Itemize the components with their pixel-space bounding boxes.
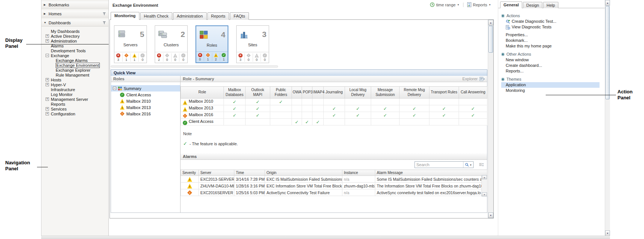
alarm-row[interactable]: EXC2013-SERVER3/14/16 7:28 PMEXC IS Mail…	[181, 176, 487, 183]
search-button[interactable]: ▼	[463, 162, 473, 168]
tile-servers[interactable]: 5Servers3110	[114, 25, 147, 63]
minus-expander-icon[interactable]: −	[46, 54, 49, 57]
roles-tree-item-mailbox-2013[interactable]: Mailbox 2013	[111, 104, 180, 111]
tab-general[interactable]: General	[500, 1, 522, 8]
scroll-down-icon[interactable]: ▼	[482, 192, 487, 196]
action-item-reports[interactable]: Reports...	[501, 68, 602, 74]
action-item-view-diagnostic-tests[interactable]: View Diagnostic Tests	[501, 24, 602, 30]
tile-roles[interactable]: 4Roles0121	[195, 25, 228, 63]
action-item-make-this-my-home-page[interactable]: Make this my home page	[501, 43, 602, 49]
main-vertical-scrollbar[interactable]: ▲ ▼	[488, 20, 493, 218]
explorer-icon[interactable]	[480, 77, 485, 81]
plus-expander-icon[interactable]: +	[46, 34, 49, 38]
alarm-row[interactable]: ZHUVM-DAG10-MB21/28/16 3:16 PMEXC Inform…	[181, 183, 487, 189]
roles-tree-item-mailbox-2010[interactable]: Mailbox 2010	[111, 98, 180, 104]
time-range-label[interactable]: time range	[436, 3, 456, 7]
roles-tree-item-mailbox-2016[interactable]: Mailbox 2016	[111, 111, 180, 117]
tile-count: 3	[262, 30, 266, 39]
nav-item-reports[interactable]: Reports	[41, 102, 108, 107]
scrollbar-thumb[interactable]	[606, 6, 610, 99]
chevron-down-icon[interactable]: ▼	[457, 3, 459, 6]
nav-item-my-dashboards[interactable]: My Dashboards	[41, 29, 108, 34]
action-item-bookmark[interactable]: Bookmark...	[501, 38, 602, 43]
divider	[463, 3, 463, 7]
nav-item-development-tools[interactable]: Development Tools	[41, 49, 108, 53]
time-range-icon[interactable]	[430, 2, 435, 7]
nav-item-hyper-v[interactable]: +Hyper-V	[41, 83, 108, 87]
scrollbar-thumb[interactable]	[489, 26, 493, 53]
plus-expander-icon[interactable]: +	[46, 78, 49, 81]
nav-item-management-server[interactable]: +Management Server	[41, 97, 108, 102]
tab-design[interactable]: Design	[523, 2, 542, 8]
scroll-up-icon[interactable]: ▲	[488, 20, 493, 25]
tab-monitoring[interactable]: Monitoring	[111, 12, 139, 20]
scroll-down-icon[interactable]: ▼	[488, 212, 493, 218]
nav-item-exchange[interactable]: −Exchange	[41, 53, 108, 58]
tab-reports[interactable]: Reports	[207, 12, 229, 20]
action-panel-pointer-line	[546, 95, 616, 95]
action-item-create-dashboard[interactable]: Create dashboard...	[501, 63, 602, 68]
tile-sites[interactable]: 3Sites3000	[236, 25, 269, 63]
nav-item-infrastructure[interactable]: Infrastructure	[41, 87, 108, 92]
section-header-actions[interactable]: Actions	[501, 13, 602, 19]
alarm-row[interactable]: EXC2016SERVER1/25/16 5:03 PMActiveSync C…	[181, 189, 487, 196]
customizer-icon[interactable]	[479, 163, 484, 167]
nav-item-services[interactable]: +Services	[41, 107, 108, 112]
column-header: Remote Msg Delivery	[400, 87, 429, 99]
minus-expander-icon[interactable]: −	[113, 87, 116, 90]
explorer-link[interactable]: Explorer	[462, 76, 485, 82]
alarms-scrollbar[interactable]: ▲ ▼	[481, 175, 487, 196]
section-header-themes[interactable]: Themes	[501, 76, 602, 82]
tiles-horizontal-scrollbar[interactable]	[111, 65, 278, 68]
scroll-down-icon[interactable]: ▼	[605, 230, 610, 236]
action-item-new-window[interactable]: New window	[501, 57, 602, 63]
nav-section-dashboards[interactable]: ▼Dashboards	[41, 19, 108, 27]
explorer-label[interactable]: Explorer	[462, 76, 478, 82]
tab-administration[interactable]: Administration	[173, 12, 207, 20]
tile-clusters[interactable]: 2Clusters2000	[155, 25, 188, 63]
nav-item-log-monitor[interactable]: Log Monitor	[41, 92, 108, 97]
plus-expander-icon[interactable]: +	[46, 112, 49, 115]
chevron-down-icon[interactable]: ▼	[489, 3, 491, 6]
nav-item-exchange-explorer[interactable]: Exchange Explorer	[41, 68, 108, 73]
section-icon	[501, 78, 505, 81]
scroll-up-icon[interactable]: ▲	[482, 175, 487, 179]
nav-section-homes[interactable]: ▶Homes	[41, 10, 108, 18]
nav-item-active-directory[interactable]: +Active Directory	[41, 34, 108, 39]
nav-item-rule-management[interactable]: Rule Management	[41, 73, 108, 78]
roles-tree-summary[interactable]: −Summary	[111, 85, 180, 91]
diagnostic-create-icon	[506, 19, 510, 24]
plus-expander-icon[interactable]: +	[46, 83, 49, 86]
nav-item-hosts[interactable]: +Hosts	[41, 78, 108, 83]
nav-item-administration[interactable]: +Administration	[41, 39, 108, 44]
action-item-application[interactable]: Application	[501, 82, 600, 88]
reports-icon[interactable]	[467, 2, 471, 7]
nav-section-bookmarks[interactable]: ▶Bookmarks	[41, 1, 108, 9]
section-header-other-actions[interactable]: Other Actions	[501, 51, 602, 57]
reports-menu-label[interactable]: Reports	[473, 3, 487, 7]
search-input[interactable]	[415, 162, 463, 167]
tab-health-check[interactable]: Health Check	[140, 12, 172, 20]
tab-faqts[interactable]: FAQts	[230, 12, 249, 20]
right-scrollbar[interactable]: ▲ ▼	[605, 0, 610, 236]
action-item-label: Reports...	[506, 68, 524, 74]
scroll-up-icon[interactable]: ▲	[605, 0, 610, 6]
tab-help[interactable]: Help	[543, 2, 558, 8]
nav-item-configuration[interactable]: +Configuration	[41, 112, 108, 117]
feature-cell: ✓	[246, 105, 270, 112]
action-item-properties[interactable]: Properties...	[501, 32, 602, 38]
action-item-monitoring[interactable]: Monitoring	[501, 88, 602, 93]
section-icon	[501, 14, 505, 18]
roles-tree-item-client-access[interactable]: Client Access	[111, 91, 180, 98]
plus-expander-icon[interactable]: +	[46, 97, 49, 101]
horizontal-scrollbar[interactable]	[41, 236, 610, 239]
plus-expander-icon[interactable]: +	[46, 107, 49, 111]
filter-icon[interactable]	[102, 21, 106, 25]
filter-icon[interactable]	[102, 12, 106, 16]
feature-cell: ✓	[302, 119, 312, 125]
alarms-header: Alarms	[181, 153, 487, 160]
nav-item-exchange-environment[interactable]: Exchange Environment	[41, 63, 108, 68]
status-warning: 0	[172, 53, 180, 62]
plus-expander-icon[interactable]: +	[46, 39, 49, 43]
action-item-create-diagnostic-test[interactable]: Create Diagnostic Test...	[501, 19, 602, 24]
